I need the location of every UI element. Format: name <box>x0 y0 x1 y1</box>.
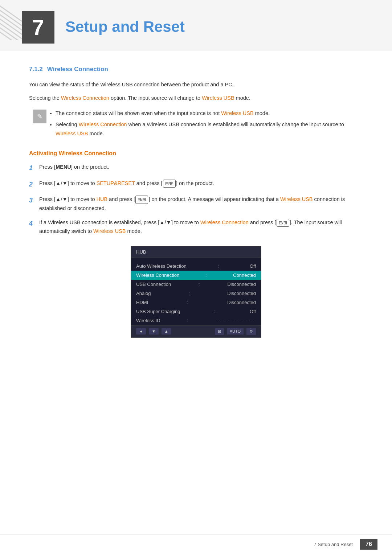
hub-row-label-5: HDMI <box>136 300 148 305</box>
hub-row-value-7: - - - - - - - - - - <box>215 318 256 323</box>
btn-icon-4: ⊟/⊞ <box>277 219 289 227</box>
hub-title: HUB <box>136 249 146 255</box>
wireless-connection-link-4: Wireless Connection <box>200 219 249 225</box>
footer-page-number: 76 <box>360 539 377 550</box>
btn-icon-2: ⊟/⊞ <box>163 180 176 188</box>
main-content: 7.1.2 Wireless Connection You can view t… <box>0 66 392 374</box>
hub-colon-3: : <box>199 282 200 287</box>
hub-btn-auto: AUTO <box>227 328 244 335</box>
step-number-1: 1 <box>29 163 39 174</box>
page-footer: 7 Setup and Reset 76 <box>0 534 392 554</box>
intro-post: mode. <box>234 95 250 101</box>
hub-title-bar: HUB <box>131 246 261 258</box>
note2-link2: Wireless USB <box>56 131 88 136</box>
hub-colon-5: : <box>187 300 188 305</box>
setup-reset-link: SETUP&RESET <box>97 180 135 186</box>
note1-pre: The connection status will be shown even… <box>56 110 221 116</box>
note2-link1: Wireless Connection <box>79 122 127 127</box>
note2-post: mode. <box>88 131 104 136</box>
note-box: The connection status will be shown even… <box>29 109 363 140</box>
hub-mockup: HUB Auto Wireless Detection : Off Wirele… <box>131 246 261 338</box>
note-item-2: Selecting Wireless Connection when a Wir… <box>56 120 363 138</box>
step-number-3: 3 <box>29 195 39 206</box>
note1-post: mode. <box>254 110 270 116</box>
hub-row-1: Auto Wireless Detection : Off <box>131 262 261 271</box>
hub-row-4: Analog : Disconnected <box>131 289 261 298</box>
btn-icon-3: ⊟/⊞ <box>135 196 148 204</box>
note2-mid: when a Wireless USB connection is establ… <box>127 122 344 127</box>
note-list: The connection status will be shown even… <box>54 109 363 140</box>
note-icon-inner <box>33 110 46 123</box>
hub-btn-down: ▼ <box>149 328 159 335</box>
step-text-3: Press [▲/▼] to move to HUB and press [⊟/… <box>39 195 363 213</box>
hub-colon-2: : <box>205 272 207 278</box>
step-3: 3 Press [▲/▼] to move to HUB and press [… <box>29 195 363 213</box>
step-number-2: 2 <box>29 179 39 190</box>
hub-row-label-1: Auto Wireless Detection <box>136 263 187 269</box>
hub-row-label-4: Analog <box>136 291 151 296</box>
section-heading: 7.1.2 Wireless Connection <box>29 66 363 73</box>
hub-mockup-wrapper: HUB Auto Wireless Detection : Off Wirele… <box>29 246 363 338</box>
hub-row-2: Wireless Connection : Connected <box>131 271 261 280</box>
section-title: Wireless Connection <box>47 66 108 73</box>
corner-decoration <box>0 0 22 40</box>
hub-row-5: HDMI : Disconnected <box>131 298 261 307</box>
hub-row-7: Wireless ID : - - - - - - - - - - <box>131 316 261 325</box>
hub-row-value-6: Off <box>250 309 256 314</box>
wireless-usb-link-3: Wireless USB <box>280 196 313 202</box>
note1-link: Wireless USB <box>221 110 253 116</box>
hub-row-value-5: Disconnected <box>227 300 256 305</box>
hub-colon-4: : <box>188 291 190 296</box>
hub-row-label-6: USB Super Charging <box>136 309 180 314</box>
step-1: 1 Press [MENU] on the product. <box>29 163 363 174</box>
intro-link1: Wireless Connection <box>61 95 109 101</box>
intro-mid: option. The input source will change to <box>109 95 202 101</box>
hub-row-6: USB Super Charging : Off <box>131 307 261 316</box>
footer-chapter-ref: 7 Setup and Reset <box>314 542 353 547</box>
section-number: 7.1.2 <box>29 66 43 73</box>
steps-list: 1 Press [MENU] on the product. 2 Press [… <box>29 163 363 236</box>
hub-spacer <box>131 258 261 262</box>
hub-colon-1: : <box>217 263 219 269</box>
step-2: 2 Press [▲/▼] to move to SETUP&RESET and… <box>29 179 363 190</box>
step-text-4: If a Wireless USB connection is establis… <box>39 218 363 236</box>
hub-row-value-3: Disconnected <box>227 282 256 287</box>
intro-pre: Selecting the <box>29 95 61 101</box>
hub-btn-select: ⊟ <box>215 328 224 335</box>
chapter-header: 7 Setup and Reset <box>0 0 392 51</box>
hub-row-value-1: Off <box>250 263 256 269</box>
hub-bottom-bar: ◄ ▼ ▲ ⊟ AUTO ⚙ <box>131 325 261 337</box>
step-4: 4 If a Wireless USB connection is establ… <box>29 218 363 236</box>
step-text-1: Press [MENU] on the product. <box>39 163 363 172</box>
intro-line1: You can view the status of the Wireless … <box>29 80 363 89</box>
hub-row-value-4: Disconnected <box>227 291 256 296</box>
note-icon <box>33 110 47 124</box>
note2-pre: Selecting <box>56 122 79 127</box>
hub-btn-gear: ⚙ <box>246 328 256 335</box>
hub-row-3: USB Connection : Disconnected <box>131 280 261 289</box>
step-number-4: 4 <box>29 218 39 229</box>
chapter-number: 7 <box>22 11 54 44</box>
hub-colon-7: : <box>187 318 188 323</box>
step-text-2: Press [▲/▼] to move to SETUP&RESET and p… <box>39 179 363 188</box>
hub-row-label-2: Wireless Connection <box>136 272 179 278</box>
hub-link: HUB <box>97 196 108 202</box>
hub-colon-6: : <box>214 309 216 314</box>
hub-row-value-2: Connected <box>233 272 256 278</box>
menu-key: MENU <box>56 164 71 170</box>
intro-link2: Wireless USB <box>202 95 234 101</box>
intro-line2: Selecting the Wireless Connection option… <box>29 94 363 103</box>
hub-btn-up: ▲ <box>162 328 171 335</box>
subsection-heading: Activating Wireless Connection <box>29 150 363 157</box>
hub-btn-left: ◄ <box>136 328 146 335</box>
chapter-title: Setup and Reset <box>65 11 185 36</box>
hub-row-label-7: Wireless ID <box>136 318 160 323</box>
hub-row-label-3: USB Connection <box>136 282 171 287</box>
wireless-usb-link-4: Wireless USB <box>93 228 126 234</box>
note-item-1: The connection status will be shown even… <box>56 109 363 118</box>
